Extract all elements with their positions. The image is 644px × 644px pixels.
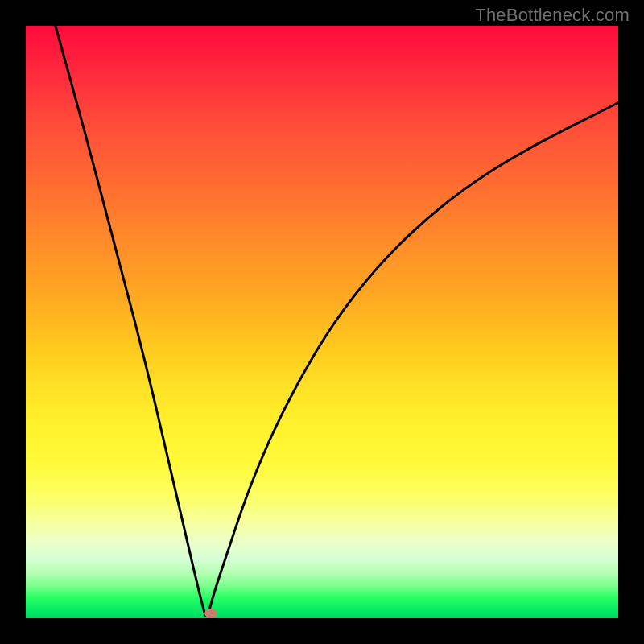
chart-frame: TheBottleneck.com <box>0 0 644 644</box>
optimum-marker <box>204 609 217 618</box>
bottleneck-curve <box>26 26 618 618</box>
curve-path <box>56 26 618 616</box>
plot-area <box>26 26 618 618</box>
watermark-text: TheBottleneck.com <box>475 5 630 26</box>
